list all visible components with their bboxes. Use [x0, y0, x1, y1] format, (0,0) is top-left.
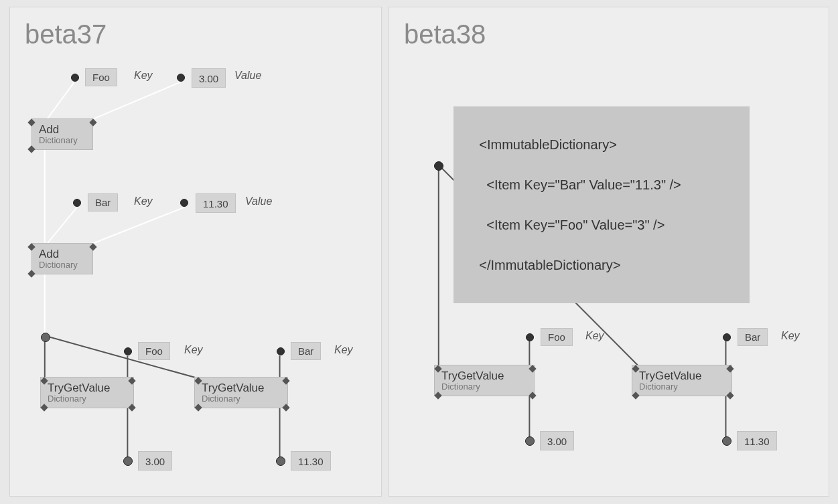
xml-definition-box[interactable]: <ImmutableDictionary> <Item Key="Bar" Va… [453, 106, 750, 303]
xml-line-1: <ImmutableDictionary> [479, 137, 617, 152]
xml-line-3: <Item Key="Foo" Value="3" /> [479, 218, 665, 232]
node-title: TryGetValue [441, 369, 504, 382]
node-trygetvalue-2[interactable]: TryGetValue Dictionary [194, 377, 288, 408]
xml-out-dot [434, 161, 443, 171]
out-dot [123, 456, 133, 466]
node-sub: Dictionary [48, 394, 127, 404]
value-bar[interactable]: Bar [738, 328, 768, 346]
pin-label-key: Key [585, 330, 604, 342]
pin-dot [73, 199, 81, 207]
pin-dot [177, 74, 185, 82]
value-bar[interactable]: Bar [88, 193, 118, 212]
svg-line-3 [45, 207, 77, 246]
value-foo[interactable]: Foo [85, 68, 117, 86]
pin-label-key: Key [781, 330, 800, 342]
out-dot [722, 436, 731, 446]
node-sub: Dictionary [441, 382, 527, 392]
node-sub: Dictionary [639, 382, 725, 392]
node-trygetvalue-1[interactable]: TryGetValue Dictionary [434, 365, 535, 396]
output-11: 11.30 [737, 431, 777, 450]
pin-dot [71, 74, 79, 82]
pin-label-key: Key [334, 344, 353, 356]
svg-line-7 [45, 336, 198, 379]
xml-line-4: </ImmutableDictionary> [479, 258, 620, 272]
pin-dot [180, 199, 188, 207]
pin-label-key: Key [134, 70, 153, 82]
output-3: 3.00 [540, 431, 574, 450]
pin-label-value: Value [234, 70, 261, 82]
panel-beta38: beta38 <ImmutableDictionary> <Item Key="… [389, 7, 829, 497]
value-3[interactable]: 3.00 [192, 68, 226, 88]
pin-label-value: Value [245, 195, 272, 207]
node-trygetvalue-1[interactable]: TryGetValue Dictionary [40, 377, 134, 408]
node-title: TryGetValue [202, 382, 265, 394]
pin-label-key: Key [134, 195, 153, 207]
svg-line-1 [86, 82, 180, 122]
value-bar-2[interactable]: Bar [291, 342, 321, 360]
node-sub: Dictionary [39, 135, 86, 145]
pin-dot [723, 333, 731, 341]
svg-line-4 [86, 207, 184, 246]
panel-title-left: beta37 [25, 19, 107, 50]
svg-line-0 [45, 82, 74, 122]
value-11[interactable]: 11.30 [196, 193, 236, 213]
junction-dot [41, 333, 50, 342]
output-3: 3.00 [138, 451, 172, 471]
output-11: 11.30 [291, 451, 331, 471]
pin-dot [124, 347, 132, 355]
pin-dot [526, 333, 534, 341]
node-sub: Dictionary [39, 260, 86, 270]
node-sub: Dictionary [202, 394, 281, 404]
pin-label-key: Key [184, 344, 203, 356]
value-foo-2[interactable]: Foo [138, 342, 170, 360]
panel-title-right: beta38 [404, 19, 486, 50]
pin-dot [277, 347, 285, 355]
node-title: Add [39, 248, 59, 260]
xml-line-2: <Item Key="Bar" Value="11.3" /> [479, 177, 681, 192]
node-title: TryGetValue [48, 382, 111, 394]
node-add-2[interactable]: Add Dictionary [31, 243, 93, 274]
node-title: TryGetValue [639, 369, 702, 382]
node-trygetvalue-2[interactable]: TryGetValue Dictionary [632, 365, 732, 396]
panel-beta37: beta37 Foo Key 3.00 Value Add Dictionary… [9, 7, 382, 497]
node-title: Add [39, 123, 59, 136]
out-dot [525, 436, 535, 446]
node-add-1[interactable]: Add Dictionary [31, 118, 93, 150]
out-dot [276, 456, 285, 466]
value-foo[interactable]: Foo [541, 328, 573, 346]
